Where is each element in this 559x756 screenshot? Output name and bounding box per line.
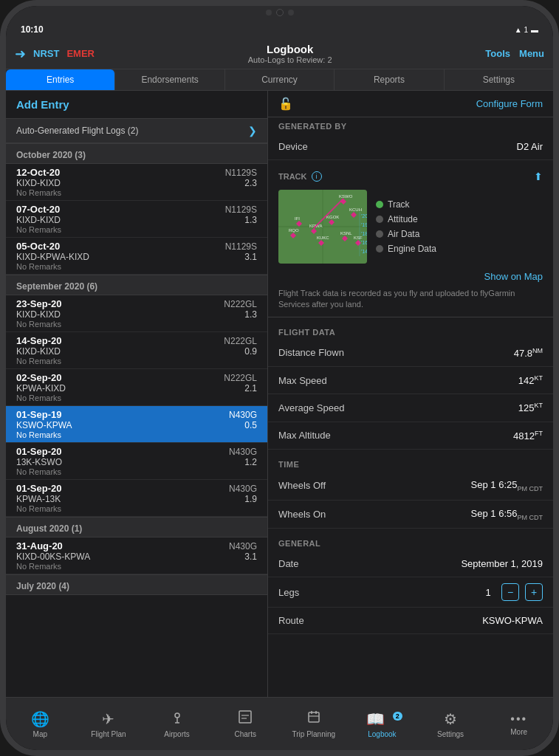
- share-icon[interactable]: ⬆: [534, 171, 543, 182]
- max-alt-value: 4812FT: [513, 430, 543, 441]
- legs-controls: 1 − +: [481, 583, 543, 601]
- flight-data-label: FLIGHT DATA: [268, 323, 553, 340]
- info-icon[interactable]: i: [312, 171, 322, 182]
- air-data-dot: [376, 230, 383, 238]
- svg-text:IFI: IFI: [295, 216, 300, 221]
- track-legend-label: Track: [388, 199, 410, 210]
- trip-planning-icon: [306, 709, 321, 728]
- list-item[interactable]: 02-Sep-20N222GL KPWA-KIXD2.1 No Remarks: [6, 369, 267, 406]
- device: 10:10 ▲ 1 ▬ ➜ NRST EMER Logbook Auto-Log…: [0, 0, 559, 756]
- more-icon: •••: [510, 712, 527, 726]
- list-item-selected[interactable]: 01-Sep-19N430G KSWO-KPWA0.5 No Remarks: [6, 406, 267, 443]
- bottom-tabs: 🌐 Map ✈ Flight Plan Airports: [6, 697, 553, 750]
- track-legend: Track Attitude Air Data Engine Data: [376, 190, 436, 264]
- avg-speed-value: 125KT: [518, 402, 543, 413]
- legend-air-data: Air Data: [376, 229, 436, 239]
- tab-endorsements[interactable]: Endorsements: [115, 69, 224, 90]
- legs-label: Legs: [278, 587, 299, 598]
- attitude-legend-label: Attitude: [388, 214, 418, 224]
- legs-minus-button[interactable]: −: [501, 583, 519, 601]
- svg-rect-29: [239, 711, 251, 723]
- legs-plus-button[interactable]: +: [525, 583, 543, 601]
- settings-icon: ⚙: [444, 710, 457, 728]
- tools-button[interactable]: Tools: [485, 48, 510, 59]
- avg-speed-label: Average Speed: [278, 402, 344, 413]
- logbook-tab-label: Logbook: [368, 730, 396, 738]
- svg-text:'14: '14: [361, 249, 367, 254]
- flight-logs-header: Auto-Generated Flight Logs (2) ❯: [6, 119, 267, 143]
- tab-logbook[interactable]: 📖 2 Logbook: [348, 698, 416, 750]
- svg-text:'18: '18: [361, 231, 367, 236]
- list-item[interactable]: 12-Oct-20N1129S KIXD-KIXD2.3 No Remarks: [6, 164, 267, 201]
- device-value: D2 Air: [517, 141, 543, 152]
- list-item[interactable]: 23-Sep-20N222GL KIXD-KIXD1.3 No Remarks: [6, 295, 267, 332]
- list-item[interactable]: 01-Sep-20N430G KPWA-13K1.9 No Remarks: [6, 480, 267, 517]
- show-on-map-button[interactable]: Show on Map: [268, 268, 553, 285]
- configure-form-button[interactable]: Configure Form: [476, 98, 543, 109]
- entries-list[interactable]: October 2020 (3) 12-Oct-20N1129S KIXD-KI…: [6, 143, 267, 697]
- svg-text:KGOK: KGOK: [326, 215, 339, 219]
- status-time: 10:10: [21, 24, 44, 35]
- engine-data-legend-label: Engine Data: [388, 244, 436, 254]
- tab-charts[interactable]: Charts: [211, 698, 280, 750]
- legs-value: 1: [481, 587, 495, 598]
- svg-point-28: [175, 713, 179, 718]
- tab-map[interactable]: 🌐 Map: [6, 698, 75, 750]
- route-value: KSWO-KPWA: [482, 615, 543, 626]
- tab-airports[interactable]: Airports: [143, 698, 211, 750]
- max-alt-row: Max Altitude 4812FT: [268, 422, 553, 450]
- right-panel: 🔓 Configure Form GENERATED BY Device D2 …: [268, 91, 553, 697]
- month-header-july: July 2020 (4): [6, 574, 267, 595]
- route-row: Route KSWO-KPWA: [268, 608, 553, 634]
- tab-trip-planning[interactable]: Trip Planning: [280, 698, 349, 750]
- right-panel-header: 🔓 Configure Form: [268, 91, 553, 117]
- month-header-october: October 2020 (3): [6, 143, 267, 164]
- avg-speed-row: Average Speed 125KT: [268, 394, 553, 422]
- tab-currency[interactable]: Currency: [225, 69, 335, 90]
- date-label: Date: [278, 558, 298, 569]
- max-alt-label: Max Altitude: [278, 430, 331, 441]
- date-value: September 1, 2019: [461, 558, 543, 569]
- legs-row: Legs 1 − +: [268, 577, 553, 608]
- logbook-icon: 📖: [366, 711, 385, 727]
- map-icon: 🌐: [31, 710, 49, 728]
- tab-flight-plan[interactable]: ✈ Flight Plan: [75, 698, 143, 750]
- wifi-icon: ▲ 1: [515, 26, 528, 34]
- track-map: KSWO KCUH KGOK KPWA: [278, 190, 367, 264]
- track-label: TRACK: [278, 172, 307, 181]
- add-entry-button[interactable]: Add Entry: [6, 91, 267, 119]
- left-panel: Add Entry Auto-Generated Flight Logs (2)…: [6, 91, 268, 697]
- nav-arrow-icon[interactable]: ➜: [15, 46, 26, 62]
- list-item[interactable]: 07-Oct-20N1129S KIXD-KIXD1.3 No Remarks: [6, 201, 267, 238]
- track-dot: [376, 201, 383, 208]
- distance-row: Distance Flown 47.8NM: [268, 340, 553, 367]
- distance-value: 47.8NM: [514, 347, 543, 359]
- svg-text:RQO: RQO: [289, 228, 299, 233]
- wheels-off-label: Wheels Off: [278, 480, 326, 491]
- time-label: TIME: [268, 456, 553, 472]
- legend-attitude: Attitude: [376, 214, 436, 224]
- top-tabs: Entries Endorsements Currency Reports Se…: [6, 69, 553, 91]
- list-item[interactable]: 14-Sep-20N222GL KIXD-KIXD0.9 No Remarks: [6, 332, 267, 369]
- flight-logs-title: Auto-Generated Flight Logs (2): [16, 126, 138, 136]
- nrst-button[interactable]: NRST: [33, 48, 59, 59]
- tab-reports[interactable]: Reports: [335, 69, 444, 90]
- main-content: Add Entry Auto-Generated Flight Logs (2)…: [6, 91, 553, 697]
- list-item[interactable]: 31-Aug-20N430G KIXD-00KS-KPWA3.1 No Rema…: [6, 537, 267, 574]
- list-item[interactable]: 01-Sep-20N430G 13K-KSWO1.2 No Remarks: [6, 443, 267, 480]
- track-header: TRACK i ⬆: [268, 166, 553, 185]
- header-right: Tools Menu: [485, 48, 544, 59]
- emer-button[interactable]: EMER: [66, 48, 95, 59]
- max-speed-label: Max Speed: [278, 375, 327, 386]
- tab-settings[interactable]: Settings: [445, 69, 553, 90]
- list-item[interactable]: 05-Oct-20N1129S KIXD-KPWA-KIXD3.1 No Rem…: [6, 238, 267, 275]
- tab-entries[interactable]: Entries: [6, 69, 115, 90]
- flight-logs-arrow-icon[interactable]: ❯: [248, 125, 257, 137]
- track-content: KSWO KCUH KGOK KPWA: [268, 185, 553, 268]
- menu-button[interactable]: Menu: [519, 48, 544, 59]
- max-speed-row: Max Speed 142KT: [268, 367, 553, 394]
- svg-rect-32: [309, 712, 319, 722]
- tab-more[interactable]: ••• More: [484, 698, 553, 750]
- svg-text:KUKC: KUKC: [317, 236, 329, 240]
- tab-settings[interactable]: ⚙ Settings: [416, 698, 485, 750]
